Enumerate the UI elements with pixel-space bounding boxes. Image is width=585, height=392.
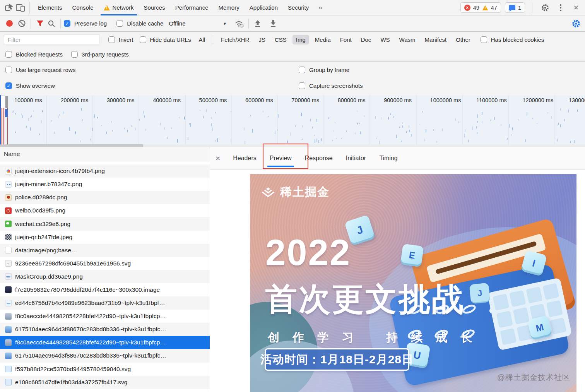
filter-type-media[interactable]: Media xyxy=(311,35,334,45)
table-row[interactable]: wechat.ce329e6.png xyxy=(0,217,210,230)
request-tick xyxy=(90,139,91,140)
table-row[interactable]: police.d0289dc.png xyxy=(0,191,210,204)
filter-type-wasm[interactable]: Wasm xyxy=(396,35,419,45)
request-tick xyxy=(482,112,482,115)
request-tick xyxy=(216,140,216,142)
table-row[interactable]: f7e2059832c780796dddf20d7f4c116c~300x300… xyxy=(0,283,210,296)
request-tick xyxy=(316,119,317,122)
import-har-button[interactable] xyxy=(252,18,263,29)
more-options-button[interactable] xyxy=(555,2,566,14)
request-tick xyxy=(145,129,146,131)
table-row[interactable]: juejin-miner.b78347c.png xyxy=(0,178,210,191)
table-row[interactable]: juejin-qr.b247fde.jpeg xyxy=(0,231,210,244)
hide-data-urls-checkbox[interactable] xyxy=(140,36,146,43)
preserve-log-checkbox[interactable] xyxy=(64,20,70,27)
filter-type-manifest[interactable]: Manifest xyxy=(421,35,450,45)
detail-tabs: HeadersPreviewResponseInitiatorTiming xyxy=(226,147,404,169)
detail-tab-timing[interactable]: Timing xyxy=(373,147,404,169)
device-toolbar-button[interactable] xyxy=(15,2,26,14)
capture-screenshots-checkbox[interactable] xyxy=(299,82,305,89)
filter-type-other[interactable]: Other xyxy=(452,35,474,45)
table-row[interactable]: 6175104aec964d3f88670c283bd8b336~tplv-k3… xyxy=(0,323,210,336)
filter-type-font[interactable]: Font xyxy=(337,35,355,45)
disable-cache-checkbox[interactable] xyxy=(116,20,123,27)
tab-security[interactable]: Security xyxy=(283,0,314,15)
timeline-tick-label: 400000 ms xyxy=(153,97,181,103)
request-tick xyxy=(92,128,93,131)
filter-type-img[interactable]: Img xyxy=(292,35,309,45)
detail-tab-preview[interactable]: Preview xyxy=(263,147,298,169)
filter-type-fetch-xhr[interactable]: Fetch/XHR xyxy=(217,35,253,45)
request-tick xyxy=(409,125,409,128)
use-large-rows-checkbox[interactable] xyxy=(5,67,12,73)
filter-toggle-button[interactable] xyxy=(34,18,46,29)
request-tick xyxy=(287,140,288,143)
table-row[interactable]: juejin-tutu.d353156.png xyxy=(0,161,210,164)
img-svg-chevron-thumbnail xyxy=(5,260,12,267)
table-row[interactable]: 9236ee867298dfc6904551b9a1e61956.svg xyxy=(0,257,210,270)
filter-input[interactable] xyxy=(4,34,100,45)
request-tick xyxy=(455,118,456,121)
request-name: f8c0aeccde444982854228bfef422d90~tplv-k3… xyxy=(15,339,166,346)
table-row[interactable]: e108c685147dfe1fb03d4a37257fb417.svg xyxy=(0,376,210,389)
search-button[interactable] xyxy=(46,18,57,29)
third-party-requests-checkbox[interactable] xyxy=(71,51,78,58)
show-overview-checkbox[interactable] xyxy=(5,82,12,89)
table-row[interactable]: juejin-extension-icon.4b79fb4.png xyxy=(0,164,210,178)
tab-memory[interactable]: Memory xyxy=(214,0,245,15)
tab-sources[interactable]: Sources xyxy=(139,0,170,15)
tab-network[interactable]: Network xyxy=(99,0,139,15)
overview-drag-handle-right[interactable] xyxy=(5,96,8,108)
table-row[interactable]: weibo.0cd39f5.png xyxy=(0,204,210,217)
request-tick xyxy=(22,115,23,118)
table-row[interactable]: data:image/png;base… xyxy=(0,244,210,257)
network-overview-timeline[interactable]: 100000 ms200000 ms300000 ms400000 ms5000… xyxy=(0,95,585,144)
blocked-requests-checkbox[interactable] xyxy=(5,51,12,58)
name-column-header[interactable]: Name xyxy=(0,147,210,161)
tab-elements[interactable]: Elements xyxy=(33,0,67,15)
request-name: wechat.ce329e6.png xyxy=(15,221,70,228)
close-devtools-button[interactable]: × xyxy=(570,2,582,14)
filter-type-ws[interactable]: WS xyxy=(377,35,393,45)
table-row[interactable]: f8c0aeccde444982854228bfef422d90~tplv-k3… xyxy=(0,310,210,323)
tab-performance[interactable]: Performance xyxy=(170,0,214,15)
inspect-element-button[interactable] xyxy=(3,2,15,14)
table-row[interactable]: MaskGroup.dd36ae9.png xyxy=(0,270,210,283)
detail-tab-response[interactable]: Response xyxy=(298,147,339,169)
table-row[interactable]: f8c0aeccde444982854228bfef422d90~tplv-k3… xyxy=(0,336,210,349)
filter-type-all[interactable]: All xyxy=(195,35,209,45)
request-tick xyxy=(574,140,575,143)
request-tick xyxy=(401,140,402,142)
inspect-cursor-icon xyxy=(5,3,14,12)
issues-badge[interactable]: 1 xyxy=(505,2,525,13)
record-network-log-button[interactable] xyxy=(6,20,13,27)
table-row[interactable]: ed44c6756d7b4c4989e9623baad731b9~tplv-k3… xyxy=(0,296,210,310)
filter-type-doc[interactable]: Doc xyxy=(358,35,375,45)
invert-checkbox[interactable] xyxy=(108,36,115,43)
more-tabs-button[interactable]: » xyxy=(314,4,327,12)
detail-tab-headers[interactable]: Headers xyxy=(226,147,263,169)
warning-icon xyxy=(104,5,110,10)
overview-drag-handle-left[interactable] xyxy=(1,96,5,108)
tab-application[interactable]: Application xyxy=(245,0,283,15)
has-blocked-cookies-checkbox[interactable] xyxy=(481,36,487,43)
settings-button[interactable] xyxy=(539,2,551,14)
throttling-select[interactable]: Offline ▼ xyxy=(169,20,227,27)
detail-tab-initiator[interactable]: Initiator xyxy=(339,147,373,169)
request-tick xyxy=(97,117,98,118)
table-row[interactable]: f597b88d22ce5370bd94495780459040.svg xyxy=(0,363,210,376)
request-tick xyxy=(477,132,477,135)
selected-request-marker xyxy=(5,109,8,117)
table-row[interactable]: 6175104aec964d3f88670c283bd8b336~tplv-k3… xyxy=(0,349,210,362)
console-issues-badge[interactable]: 49 47 xyxy=(460,2,501,13)
network-conditions-button[interactable] xyxy=(234,18,245,29)
request-tick xyxy=(509,124,510,128)
tab-console[interactable]: Console xyxy=(67,0,99,15)
export-har-button[interactable] xyxy=(267,18,279,29)
close-detail-button[interactable]: × xyxy=(216,154,220,162)
group-by-frame-checkbox[interactable] xyxy=(299,67,305,73)
clear-network-log-button[interactable] xyxy=(16,18,27,29)
filter-type-js[interactable]: JS xyxy=(255,35,269,45)
network-settings-button[interactable] xyxy=(570,18,582,29)
filter-type-css[interactable]: CSS xyxy=(271,35,290,45)
